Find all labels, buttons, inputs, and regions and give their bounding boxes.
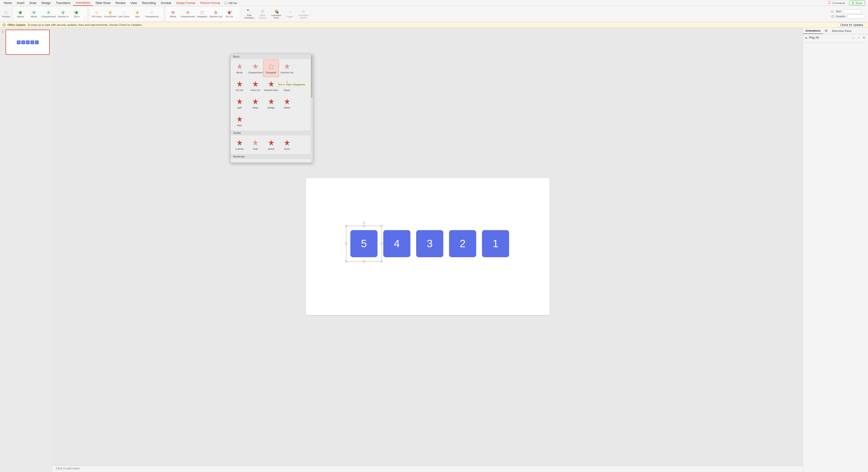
tab-shape-format[interactable]: Shape Format <box>174 0 197 5</box>
dd-item-chequerboard[interactable]: Chequerboard <box>247 60 263 77</box>
slide-canvas[interactable]: 5 4 3 2 1 <box>306 178 550 315</box>
dd-item-label: Chequerboard <box>248 71 263 74</box>
emphasis-transparency[interactable]: Transparency <box>145 9 159 19</box>
dd-item-strips[interactable]: Strips <box>247 95 263 112</box>
share-button[interactable]: Share <box>849 1 865 5</box>
resize-handle-n[interactable] <box>363 225 365 227</box>
slide-card-5[interactable]: 5 <box>350 230 377 257</box>
tab-design[interactable]: Design <box>39 0 53 5</box>
entrance-chequerboard[interactable]: Chequerboard <box>41 9 56 19</box>
dd-item-fly-out[interactable]: Fly Out <box>231 77 247 95</box>
tab-transitions[interactable]: Transitions <box>54 0 72 5</box>
animation-pane-button[interactable]: Animation Pane <box>270 8 283 20</box>
entrance-fly-in[interactable]: Fly In <box>70 9 83 19</box>
tab-picture-format[interactable]: Picture Format <box>198 0 222 5</box>
dd-item-wipe[interactable]: Wipe <box>231 112 247 130</box>
delete-anim-icon[interactable]: ✕ <box>863 36 866 40</box>
slide-card-4[interactable]: 4 <box>383 230 410 257</box>
exit-dissolve-out[interactable]: Dissolve Out <box>209 9 222 19</box>
resize-handle-se[interactable] <box>381 260 382 262</box>
exit-expand[interactable]: 〉 <box>236 16 239 20</box>
entrance-dissolve-in[interactable]: Dissolve In <box>57 9 69 19</box>
dd-item-peek-out[interactable]: Peek Out <box>247 77 263 95</box>
tab-animations[interactable]: Animations <box>73 0 93 6</box>
path-animation-button[interactable]: Path Animation <box>243 8 256 20</box>
tab-acrobat[interactable]: Acrobat <box>158 0 173 5</box>
resize-handle-nw[interactable] <box>345 225 347 227</box>
dd-item-label: Peek Out <box>251 89 260 91</box>
dd-item-blinds[interactable]: Blinds <box>231 60 247 77</box>
close-update-bar[interactable]: ✕ <box>2 23 5 26</box>
comments-button[interactable]: Comments <box>826 1 847 5</box>
resize-handle-s[interactable] <box>363 260 365 262</box>
animation-painter-button[interactable]: Animation Painter <box>297 8 310 20</box>
bulb-icon <box>224 1 227 4</box>
start-input[interactable] <box>843 9 861 13</box>
dd-item-float-out[interactable]: Float Out <box>263 159 279 162</box>
star-icon <box>236 139 243 147</box>
emphasis-grow-shrink[interactable]: Grow/Shrink <box>104 9 117 19</box>
exit-chequerboard[interactable]: Chequerboard <box>180 9 195 19</box>
resize-handle-ne[interactable] <box>381 225 382 227</box>
emphasis-spin[interactable]: Spin <box>131 9 144 19</box>
workspace: 1 5 4 3 2 1 <box>0 28 868 472</box>
emphasis-line-colour[interactable]: Line Colour <box>117 9 130 19</box>
resize-handle-sw[interactable] <box>345 260 347 262</box>
svg-marker-16 <box>135 10 140 14</box>
slide-card-1[interactable]: 1 <box>482 230 509 257</box>
svg-marker-13 <box>94 10 99 14</box>
exit-gallery-dropdown-chevron[interactable]: ⌄ <box>218 22 222 24</box>
close-animations-tab[interactable]: ✕ <box>825 29 828 32</box>
entrance-expand[interactable]: 〉 <box>84 16 86 20</box>
slide-card-3[interactable]: 3 <box>416 230 443 257</box>
exit-blinds[interactable]: Blinds <box>166 9 180 19</box>
dd-scrollbar[interactable] <box>310 54 313 162</box>
effect-options-button[interactable]: Effect Options <box>256 8 269 20</box>
emphasis-fill-colour[interactable]: Fill Colour <box>90 9 103 19</box>
slide-thumbnail-1[interactable]: 5 4 3 2 1 <box>5 30 50 55</box>
dd-item-dissolve-out[interactable]: Dissolve Out <box>279 60 295 77</box>
trigger-button[interactable]: Trigger <box>283 9 297 19</box>
dd-item-swivel[interactable]: Swivel <box>263 136 279 154</box>
dd-item-split[interactable]: Split <box>231 95 247 112</box>
tab-recording[interactable]: Recording <box>140 0 158 5</box>
exit-animations-dropdown: Basic BlindsChequerboardDisappearDissolv… <box>230 54 313 163</box>
check-updates-button[interactable]: Check for Updates <box>838 23 866 27</box>
animation-list[interactable] <box>805 42 866 43</box>
dd-item-zoom[interactable]: Zoom <box>279 136 295 154</box>
dd-item-contract[interactable]: Contract <box>231 136 247 154</box>
dd-item-shrink-turn[interactable]: Shrink & Turn <box>279 159 295 162</box>
dd-item-fade[interactable]: Fade <box>247 136 263 154</box>
rotate-handle[interactable] <box>363 222 365 224</box>
star-icon <box>268 98 275 105</box>
slide-card-2[interactable]: 2 <box>449 230 476 257</box>
tell-me[interactable]: Tell me <box>224 1 237 4</box>
tab-insert[interactable]: Insert <box>14 0 27 5</box>
exit-fly-out[interactable]: Fly Out <box>223 9 236 19</box>
exit-disappear[interactable]: Disappear <box>196 9 209 19</box>
move-down-icon[interactable]: ▼ <box>857 36 861 40</box>
tab-home[interactable]: Home <box>1 0 14 5</box>
dd-item-wheel[interactable]: Wheel <box>279 95 295 112</box>
tab-slideshow[interactable]: Slide Show <box>93 0 113 5</box>
dd-item-disappear[interactable]: Disappear <box>263 60 279 77</box>
pane-tab-selection[interactable]: Selection Pane <box>829 28 854 34</box>
dd-item-wedge[interactable]: Wedge <box>263 95 279 112</box>
dd-item-centre-revol-[interactable]: Centre Revol... <box>231 159 247 162</box>
play-all-label[interactable]: Play All <box>809 36 819 39</box>
dd-item-label: Blinds <box>236 71 243 74</box>
tab-review[interactable]: Review <box>113 0 128 5</box>
preview-button[interactable]: Preview <box>1 6 11 22</box>
resize-handle-w[interactable] <box>345 243 347 244</box>
emphasis-expand[interactable]: 〉 <box>160 16 162 20</box>
pane-tab-animations[interactable]: Animations <box>803 28 823 34</box>
resize-handle-e[interactable] <box>381 243 382 244</box>
tab-draw[interactable]: Draw <box>27 0 39 5</box>
entrance-appear[interactable]: Appear <box>14 9 27 19</box>
move-up-icon[interactable]: ▲ <box>851 36 855 40</box>
entrance-blinds[interactable]: Blinds <box>27 9 40 19</box>
dd-item-collapse[interactable]: Collapse <box>247 159 263 162</box>
tab-view[interactable]: View <box>128 0 139 5</box>
duration-input[interactable] <box>847 14 865 19</box>
notes-pane[interactable]: Click to add notes <box>53 466 803 472</box>
